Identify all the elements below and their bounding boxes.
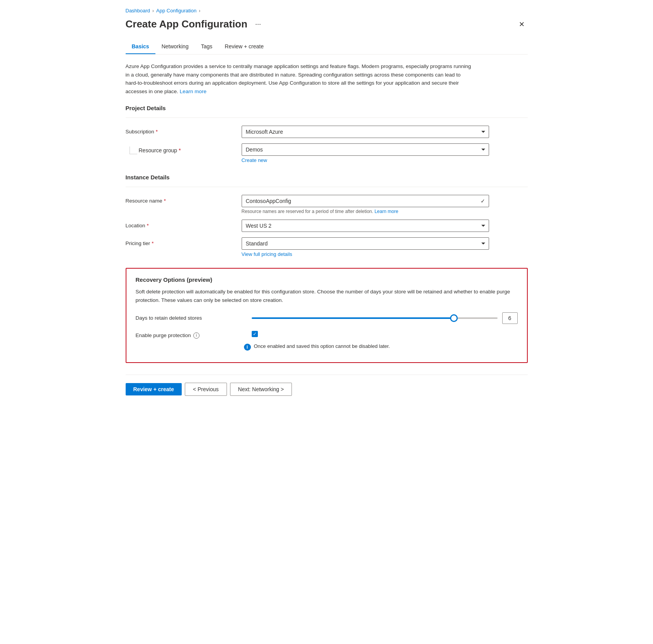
location-control: West US 2East USEast US 2West US — [242, 220, 489, 232]
purge-checkbox-wrapper: ✓ — [252, 331, 258, 337]
tab-basics[interactable]: Basics — [126, 39, 155, 54]
resource-name-hint: Resource names are reserved for a period… — [242, 209, 489, 214]
instance-divider — [126, 187, 528, 187]
view-pricing-link[interactable]: View full pricing details — [242, 251, 292, 257]
tab-networking[interactable]: Networking — [155, 39, 195, 54]
page-header: Create App Configuration ··· ✕ — [126, 18, 528, 30]
project-details-title: Project Details — [126, 105, 528, 111]
tab-bar: Basics Networking Tags Review + create — [126, 39, 528, 55]
subscription-required: * — [156, 129, 158, 135]
purge-protection-checkbox[interactable]: ✓ — [252, 331, 258, 337]
pricing-tier-control: StandardFree View full pricing details — [242, 237, 489, 257]
purge-info-text: Once enabled and saved this option canno… — [254, 343, 390, 349]
resource-name-learn-more[interactable]: Learn more — [375, 209, 398, 214]
previous-button[interactable]: < Previous — [185, 383, 227, 396]
resource-group-required: * — [179, 147, 181, 153]
close-button[interactable]: ✕ — [516, 19, 528, 30]
next-button[interactable]: Next: Networking > — [230, 383, 292, 396]
page-title: Create App Configuration — [126, 18, 247, 30]
resource-name-label: Resource name * — [126, 195, 234, 204]
pricing-tier-select-wrapper: StandardFree — [242, 237, 489, 250]
breadcrumb: Dashboard › App Configuration › — [126, 8, 528, 14]
location-select[interactable]: West US 2East USEast US 2West US — [242, 220, 489, 232]
resource-name-row: Resource name * ✓ Resource names are res… — [126, 195, 528, 214]
breadcrumb-dashboard[interactable]: Dashboard — [126, 8, 150, 14]
resource-name-check-icon: ✓ — [481, 198, 485, 204]
location-label: Location * — [126, 220, 234, 228]
ellipsis-button[interactable]: ··· — [252, 19, 264, 30]
recovery-options-title: Recovery Options (preview) — [136, 276, 518, 283]
description-learn-more[interactable]: Learn more — [180, 89, 206, 94]
subscription-control: Microsoft Azure — [242, 126, 489, 138]
subscription-select-wrapper: Microsoft Azure — [242, 126, 489, 138]
days-retain-row: Days to retain deleted stores 6 — [136, 312, 518, 324]
days-retain-label: Days to retain deleted stores — [136, 315, 244, 321]
subscription-row: Subscription * Microsoft Azure — [126, 126, 528, 138]
create-new-resource-group-link[interactable]: Create new — [242, 157, 267, 163]
pricing-tier-row: Pricing tier * StandardFree View full pr… — [126, 237, 528, 257]
resource-name-control: ✓ Resource names are reserved for a peri… — [242, 195, 489, 214]
review-create-button[interactable]: Review + create — [126, 383, 182, 395]
project-divider — [126, 118, 528, 118]
resource-group-select[interactable]: Demos — [242, 143, 489, 156]
project-details-section: Project Details Subscription * Microsoft… — [126, 105, 528, 163]
tab-tags[interactable]: Tags — [195, 39, 219, 54]
breadcrumb-sep-2: › — [199, 8, 200, 14]
page-description: Azure App Configuration provides a servi… — [126, 62, 474, 95]
purge-protection-row: Enable purge protection i ✓ — [136, 331, 518, 339]
resource-name-input[interactable] — [242, 195, 489, 207]
slider-container: 6 — [252, 312, 518, 324]
rg-indent-decoration — [130, 147, 137, 154]
recovery-options-section: Recovery Options (preview) Soft delete p… — [126, 268, 528, 363]
resource-name-input-wrapper: ✓ — [242, 195, 489, 207]
subscription-label: Subscription * — [126, 126, 234, 135]
checkbox-check-icon: ✓ — [253, 331, 257, 337]
pricing-tier-select[interactable]: StandardFree — [242, 237, 489, 250]
instance-details-section: Instance Details Resource name * ✓ Resou… — [126, 174, 528, 257]
resource-group-label-area: Resource group * — [126, 143, 234, 154]
pricing-tier-label: Pricing tier * — [126, 237, 234, 246]
pricing-tier-required: * — [152, 240, 153, 246]
purge-protection-checkbox-area: ✓ — [252, 331, 258, 337]
breadcrumb-app-config[interactable]: App Configuration — [156, 8, 196, 14]
purge-info-icon[interactable]: i — [193, 332, 199, 339]
bottom-bar: Review + create < Previous Next: Network… — [126, 375, 528, 400]
location-select-wrapper: West US 2East USEast US 2West US — [242, 220, 489, 232]
purge-protection-label: Enable purge protection i — [136, 331, 244, 339]
location-required: * — [147, 223, 149, 228]
info-circle-icon: i — [244, 344, 251, 351]
instance-details-title: Instance Details — [126, 174, 528, 181]
resource-group-control: Demos Create new — [242, 143, 489, 163]
recovery-options-description: Soft delete protection will automaticall… — [136, 288, 518, 304]
purge-info-message: i Once enabled and saved this option can… — [244, 343, 518, 351]
days-retain-slider[interactable] — [252, 317, 498, 319]
location-row: Location * West US 2East USEast US 2West… — [126, 220, 528, 232]
resource-group-label: Resource group — [139, 147, 177, 153]
subscription-select[interactable]: Microsoft Azure — [242, 126, 489, 138]
breadcrumb-sep-1: › — [152, 8, 154, 14]
resource-group-select-wrapper: Demos — [242, 143, 489, 156]
resource-group-row: Resource group * Demos Create new — [126, 143, 528, 163]
resource-name-required: * — [164, 198, 166, 204]
days-retain-value: 6 — [502, 312, 518, 324]
tab-review-create[interactable]: Review + create — [218, 39, 270, 54]
